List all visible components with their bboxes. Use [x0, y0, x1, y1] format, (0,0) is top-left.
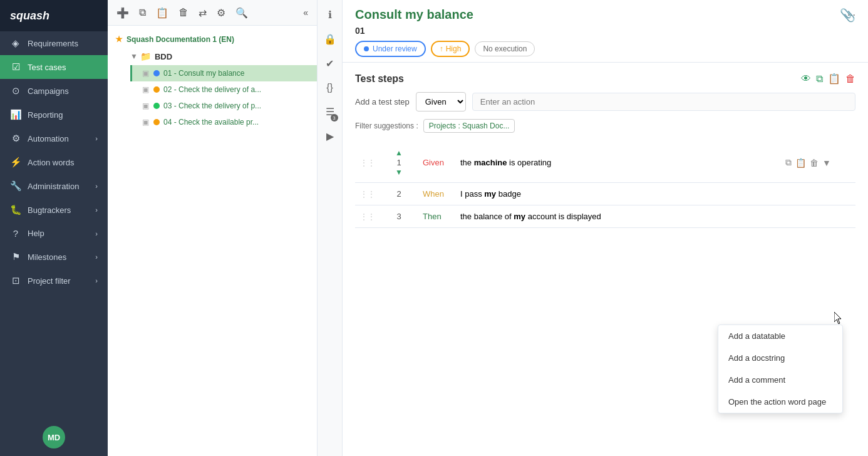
drag-handle[interactable]: ⋮⋮ [355, 205, 380, 228]
collapse-button[interactable]: « [301, 5, 311, 20]
tree-project-node[interactable]: ★ Squash Documentation 1 (EN) [108, 31, 317, 48]
execution-tag: No execution [475, 41, 535, 56]
steps-table: ⋮⋮ ▲ 1 ▼ Given the machine is [355, 143, 855, 228]
review-label: Under review [373, 44, 417, 53]
chevron-right-icon: › [95, 277, 98, 284]
list-icon-button[interactable]: ☰ 3 [323, 103, 337, 120]
tree-panel: ➕ ⧉ 📋 🗑 ⇄ ⚙ 🔍 « ★ Squash Documentation 1… [108, 0, 318, 456]
step-paste-button[interactable]: 📋 [795, 158, 806, 168]
sidebar-item-automation[interactable]: ⚙ Automation › [0, 127, 108, 150]
step-number: 2 [380, 183, 418, 205]
tree-content: ★ Squash Documentation 1 (EN) ▼ 📁 BDD ▣ … [108, 26, 317, 456]
expand-icon: ▣ [142, 118, 151, 127]
star-icon: ★ [115, 34, 123, 44]
status-dot-blue [153, 70, 160, 76]
step-keyword-cell: When [418, 183, 455, 205]
sidebar-item-label: Test cases [28, 63, 66, 72]
execution-label: No execution [483, 44, 527, 53]
lock-icon-button[interactable]: 🔒 [321, 31, 339, 48]
sidebar-item-label: Administration [28, 182, 79, 191]
code-icon-button[interactable]: {} [324, 80, 336, 96]
step-keyword: Then [423, 212, 442, 221]
milestones-icon: ⚑ [10, 251, 21, 262]
steps-table-container: ⋮⋮ ▲ 1 ▼ Given the machine is [355, 143, 855, 228]
sidebar-item-action-words[interactable]: ⚡ Action words [0, 150, 108, 174]
main-header: Consult my balance ··· 01 Under review ↑… [343, 0, 868, 63]
expand-icon: ▼ [130, 52, 138, 61]
action-input[interactable] [472, 93, 855, 111]
tree-item-label: 02 - Check the delivery of a... [163, 85, 261, 94]
tree-folder-bdd[interactable]: ▼ 📁 BDD [123, 48, 317, 65]
review-dot [364, 46, 369, 51]
list-badge: 3 [331, 114, 338, 122]
move-button[interactable]: ⇄ [196, 6, 209, 20]
tree-item-03[interactable]: ▣ 03 - Check the delivery of p... [130, 98, 317, 114]
campaigns-icon: ⊙ [10, 85, 21, 96]
step-copy-button[interactable]: ⧉ [785, 157, 792, 168]
drag-handle[interactable]: ⋮⋮ [355, 143, 380, 183]
delete-button[interactable]: 🗑 [176, 6, 191, 19]
drag-handle[interactable]: ⋮⋮ [355, 183, 380, 205]
step-type-select[interactable]: Given When Then And But [416, 92, 466, 111]
tree-item-label: 03 - Check the delivery of p... [163, 101, 261, 110]
chevron-right-icon: › [95, 182, 98, 190]
step-up-button[interactable]: ▲ [395, 149, 403, 157]
sidebar-item-requirements[interactable]: ◈ Requirements [0, 31, 108, 55]
sidebar-item-reporting[interactable]: 📊 Reporting [0, 103, 108, 127]
sidebar-item-campaigns[interactable]: ⊙ Campaigns [0, 79, 108, 103]
step-down-button[interactable]: ▼ [395, 168, 403, 176]
status-dot-green [153, 103, 160, 109]
test-steps-header: Test steps 👁 ⧉ 📋 🗑 [355, 73, 855, 85]
step-number: 3 [380, 205, 418, 228]
tree-item-02[interactable]: ▣ 02 - Check the delivery of a... [130, 81, 317, 98]
filter-tag[interactable]: Projects : Squash Doc... [423, 119, 515, 133]
step-num-label: 1 [396, 158, 401, 167]
help-icon: ? [10, 228, 21, 239]
tree-item-04[interactable]: ▣ 04 - Check the available pr... [130, 114, 317, 130]
chevron-right-icon: › [95, 135, 98, 142]
table-row: ⋮⋮ 3 Then the balance of my account is d… [355, 205, 855, 228]
sidebar-item-help[interactable]: ? Help › [0, 222, 108, 245]
context-add-comment[interactable]: Add a comment [718, 369, 842, 391]
step-text-cell: the balance of my account is displayed [455, 205, 780, 228]
step-delete-button[interactable]: 🗑 [810, 158, 819, 168]
view-icon-button[interactable]: 👁 [801, 73, 811, 85]
context-add-datatable[interactable]: Add a datatable [718, 325, 842, 347]
sidebar-item-administration[interactable]: 🔧 Administration › [0, 174, 108, 198]
checklist-icon-button[interactable]: ✔ [323, 55, 336, 72]
search-button[interactable]: 🔍 [233, 6, 251, 20]
paperclip-icon[interactable]: 📎 [840, 8, 855, 23]
sidebar-item-test-cases[interactable]: ☑ Test cases [0, 55, 108, 79]
priority-label: High [446, 44, 462, 53]
play-icon-button[interactable]: ▶ [324, 128, 336, 145]
duplicate-button[interactable]: ⧉ [137, 6, 148, 19]
paste-button[interactable]: 📋 [153, 6, 171, 20]
sidebar-item-bugtrackers[interactable]: 🐛 Bugtrackers › [0, 198, 108, 222]
test-steps-area: Test steps 👁 ⧉ 📋 🗑 Add a test step Given… [343, 63, 868, 456]
context-add-docstring[interactable]: Add a docstring [718, 347, 842, 369]
settings-button[interactable]: ⚙ [214, 6, 228, 20]
step-number: ▲ 1 ▼ [380, 143, 418, 183]
sidebar-item-project-filter[interactable]: ⊡ Project filter › [0, 269, 108, 293]
logo-area: squash [0, 0, 108, 31]
clipboard-icon-button[interactable]: 📋 [828, 73, 840, 85]
copy-icon-button[interactable]: ⧉ [816, 73, 823, 85]
priority-tag: ↑ High [431, 41, 470, 57]
context-open-action-word[interactable]: Open the action word page [718, 391, 842, 413]
test-cases-icon: ☑ [10, 61, 21, 73]
step-text: the machine is operating [460, 158, 551, 167]
status-dot-orange [153, 119, 160, 125]
sidebar-item-milestones[interactable]: ⚑ Milestones › [0, 245, 108, 269]
step-more-button[interactable]: ▼ [822, 158, 831, 168]
automation-icon: ⚙ [10, 133, 21, 144]
step-keyword-cell: Then [418, 205, 455, 228]
delete-icon-button[interactable]: 🗑 [845, 73, 855, 85]
tags-row: Under review ↑ High No execution [355, 41, 855, 57]
expand-icon: ▣ [142, 101, 151, 110]
tree-item-01[interactable]: ▣ 01 - Consult my balance [130, 65, 317, 81]
avatar[interactable]: MD [43, 426, 65, 448]
main-content: Consult my balance ··· 01 Under review ↑… [343, 0, 868, 456]
add-button[interactable]: ➕ [114, 6, 132, 20]
info-icon-button[interactable]: ℹ [326, 6, 334, 23]
sidebar-item-label: Campaigns [28, 86, 69, 96]
